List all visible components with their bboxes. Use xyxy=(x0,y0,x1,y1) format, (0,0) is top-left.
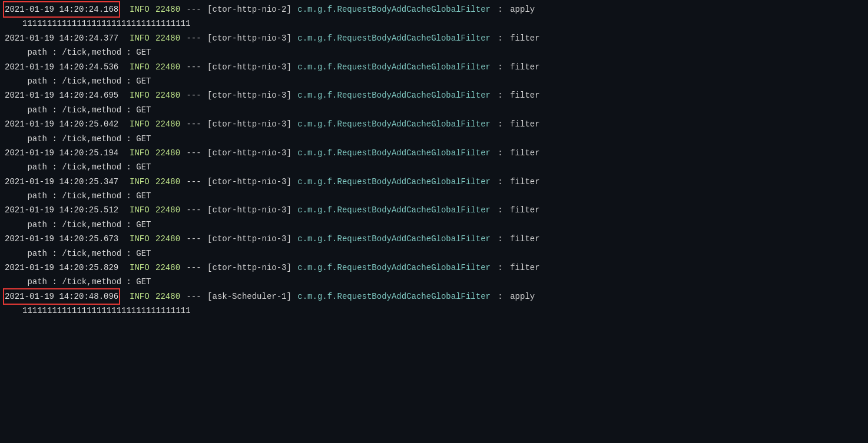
log-class: c.m.g.f.RequestBodyAddCacheGlobalFilter xyxy=(297,118,491,131)
log-separator: --- xyxy=(186,204,206,216)
log-level: INFO xyxy=(120,232,154,245)
log-pid: 22480 xyxy=(155,32,185,45)
log-continuation: 1111111111111111111111111111111111 xyxy=(0,16,868,31)
log-colon: : xyxy=(493,261,503,274)
log-class: c.m.g.f.RequestBodyAddCacheGlobalFilter xyxy=(297,3,491,16)
log-continuation: path : /tick,method : GET xyxy=(0,45,868,59)
log-container: 2021-01-19 14:20:24.168 INFO 22480 --- [… xyxy=(0,0,868,443)
log-level: INFO xyxy=(120,146,154,159)
log-level: INFO xyxy=(120,261,154,274)
log-thread: [ctor-http-nio-2] xyxy=(207,3,296,16)
log-timestamp: 2021-01-19 14:20:25.512 xyxy=(5,204,118,216)
log-timestamp: 2021-01-19 14:20:25.194 xyxy=(5,146,118,159)
log-method: apply xyxy=(505,3,535,16)
log-separator: --- xyxy=(186,146,206,159)
log-colon: : xyxy=(493,32,503,45)
log-timestamp: 2021-01-19 14:20:25.347 xyxy=(5,175,118,188)
log-level: INFO xyxy=(120,89,154,102)
log-pid: 22480 xyxy=(155,146,185,159)
log-pid: 22480 xyxy=(155,175,185,188)
log-continuation-text: path : /tick,method : GET xyxy=(5,275,151,288)
log-level: INFO xyxy=(120,175,154,188)
log-continuation: path : /tick,method : GET xyxy=(0,103,868,117)
log-colon: : xyxy=(493,204,503,216)
log-line: 2021-01-19 14:20:25.042 INFO 22480 --- [… xyxy=(0,117,868,131)
log-thread: [ctor-http-nio-3] xyxy=(207,89,296,102)
log-level: INFO xyxy=(120,204,154,216)
log-method: filter xyxy=(505,261,540,274)
log-level: INFO xyxy=(120,61,154,74)
log-colon: : xyxy=(493,290,503,303)
log-continuation: path : /tick,method : GET xyxy=(0,189,868,203)
log-continuation: path : /tick,method : GET xyxy=(0,247,868,261)
log-continuation-text: path : /tick,method : GET xyxy=(5,75,151,88)
log-thread: [ctor-http-nio-3] xyxy=(207,232,296,245)
log-method: filter xyxy=(505,32,540,45)
log-separator: --- xyxy=(186,3,206,16)
log-continuation: path : /tick,method : GET xyxy=(0,74,868,88)
log-line: 2021-01-19 14:20:25.347 INFO 22480 --- [… xyxy=(0,175,868,189)
log-timestamp: 2021-01-19 14:20:25.673 xyxy=(5,232,118,245)
log-level: INFO xyxy=(120,118,154,131)
log-class: c.m.g.f.RequestBodyAddCacheGlobalFilter xyxy=(297,32,491,45)
log-line: 2021-01-19 14:20:24.536 INFO 22480 --- [… xyxy=(0,60,868,74)
log-method: filter xyxy=(505,232,540,245)
log-separator: --- xyxy=(186,89,206,102)
log-pid: 22480 xyxy=(155,3,185,16)
log-thread: [ctor-http-nio-3] xyxy=(207,32,296,45)
log-continuation-text: 1111111111111111111111111111111111 xyxy=(5,17,191,30)
log-line: 2021-01-19 14:20:25.512 INFO 22480 --- [… xyxy=(0,203,868,217)
log-separator: --- xyxy=(186,61,206,74)
log-method: filter xyxy=(505,89,540,102)
log-timestamp: 2021-01-19 14:20:25.042 xyxy=(5,118,118,131)
log-continuation-text: path : /tick,method : GET xyxy=(5,189,151,202)
log-timestamp: 2021-01-19 14:20:24.168 xyxy=(5,3,118,16)
log-line: 2021-01-19 14:20:25.673 INFO 22480 --- [… xyxy=(0,232,868,246)
log-continuation: path : /tick,method : GET xyxy=(0,275,868,289)
log-class: c.m.g.f.RequestBodyAddCacheGlobalFilter xyxy=(297,204,491,216)
log-line: 2021-01-19 14:20:48.096 INFO 22480 --- [… xyxy=(0,289,868,304)
log-line: 2021-01-19 14:20:25.194 INFO 22480 --- [… xyxy=(0,146,868,160)
log-continuation-text: 1111111111111111111111111111111111 xyxy=(5,304,191,317)
log-continuation: path : /tick,method : GET xyxy=(0,132,868,146)
log-separator: --- xyxy=(186,118,206,131)
log-separator: --- xyxy=(186,232,206,245)
log-class: c.m.g.f.RequestBodyAddCacheGlobalFilter xyxy=(297,146,491,159)
log-line: 2021-01-19 14:20:24.695 INFO 22480 --- [… xyxy=(0,88,868,102)
log-continuation: 1111111111111111111111111111111111 xyxy=(0,304,868,318)
log-separator: --- xyxy=(186,32,206,45)
log-line: 2021-01-19 14:20:25.829 INFO 22480 --- [… xyxy=(0,261,868,275)
log-continuation-text: path : /tick,method : GET xyxy=(5,161,151,174)
log-thread: [ctor-http-nio-3] xyxy=(207,61,296,74)
log-class: c.m.g.f.RequestBodyAddCacheGlobalFilter xyxy=(297,61,491,74)
log-pid: 22480 xyxy=(155,232,185,245)
log-pid: 22480 xyxy=(155,89,185,102)
log-line: 2021-01-19 14:20:24.377 INFO 22480 --- [… xyxy=(0,31,868,45)
log-thread: [ctor-http-nio-3] xyxy=(207,118,296,131)
log-continuation-text: path : /tick,method : GET xyxy=(5,218,151,231)
log-separator: --- xyxy=(186,175,206,188)
log-timestamp: 2021-01-19 14:20:24.695 xyxy=(5,89,118,102)
log-method: filter xyxy=(505,61,540,74)
log-timestamp: 2021-01-19 14:20:24.536 xyxy=(5,61,118,74)
log-class: c.m.g.f.RequestBodyAddCacheGlobalFilter xyxy=(297,261,491,274)
log-method: filter xyxy=(505,118,540,131)
log-class: c.m.g.f.RequestBodyAddCacheGlobalFilter xyxy=(297,290,491,303)
log-colon: : xyxy=(493,232,503,245)
log-separator: --- xyxy=(186,261,206,274)
log-separator: --- xyxy=(186,290,206,303)
log-level: INFO xyxy=(120,290,154,303)
log-continuation-text: path : /tick,method : GET xyxy=(5,46,151,59)
log-thread: [ctor-http-nio-3] xyxy=(207,261,296,274)
log-thread: [ask-Scheduler-1] xyxy=(207,290,296,303)
log-timestamp: 2021-01-19 14:20:48.096 xyxy=(5,290,118,303)
log-thread: [ctor-http-nio-3] xyxy=(207,204,296,216)
log-pid: 22480 xyxy=(155,118,185,131)
log-level: INFO xyxy=(120,3,154,16)
log-level: INFO xyxy=(120,32,154,45)
log-continuation-text: path : /tick,method : GET xyxy=(5,247,151,260)
log-pid: 22480 xyxy=(155,261,185,274)
log-timestamp: 2021-01-19 14:20:25.829 xyxy=(5,261,118,274)
log-class: c.m.g.f.RequestBodyAddCacheGlobalFilter xyxy=(297,232,491,245)
log-thread: [ctor-http-nio-3] xyxy=(207,146,296,159)
